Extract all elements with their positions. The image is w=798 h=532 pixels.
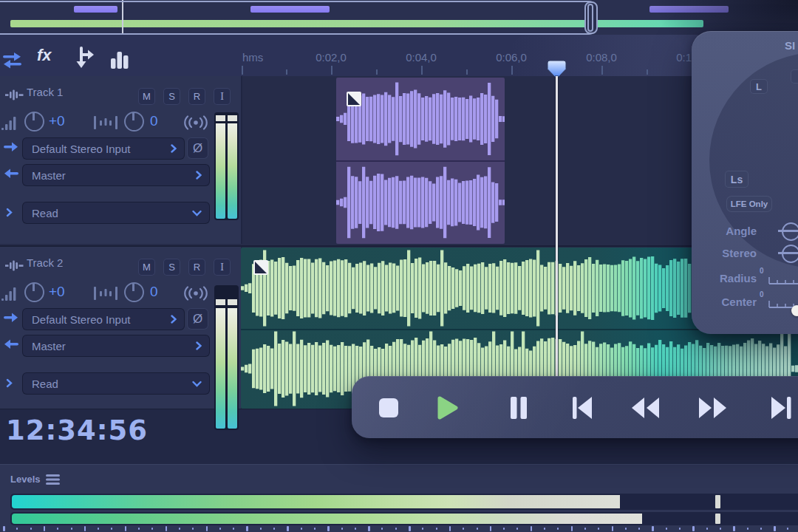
lfe-only-button[interactable]: LFE Only [726,196,772,212]
timeline-tick [647,69,648,75]
pan-icon [94,286,120,301]
output-route-select[interactable]: Master [22,164,210,186]
playhead-line[interactable] [556,76,558,377]
levels-ruler-tick [368,526,370,531]
levels-ruler-tick [463,528,464,530]
audio-clip-track-1[interactable] [336,78,505,244]
timeline-label: 0:08,0 [568,51,635,64]
timeline-unit-label: hms [242,51,263,64]
levels-ruler-tick [666,528,667,530]
levels-ruler-tick [760,528,762,530]
input-route-select[interactable]: Default Stereo Input [22,137,185,160]
gain-value[interactable]: +0 [49,284,65,300]
pan-knob[interactable] [124,282,144,302]
monitor-icon[interactable] [184,286,208,301]
rewind-icon [629,394,661,422]
input-monitor-button[interactable]: I [214,88,231,105]
meter-peak [715,514,720,524]
bar-chart-icon[interactable] [110,50,129,69]
pan-knob[interactable] [124,112,144,132]
speaker-l-button[interactable]: L [750,79,768,94]
solo-button[interactable]: S [163,88,180,105]
angle-knob[interactable] [782,222,798,241]
stereo-knob[interactable] [782,245,798,263]
volume-icon [1,286,21,302]
levels-ruler-tick [111,528,112,530]
mute-button[interactable]: M [138,259,155,276]
levels-ruler-tick [138,528,140,530]
overview-clip-purple [649,6,729,13]
levels-ruler-tick [584,528,586,530]
levels-ruler-tick [84,526,86,531]
input-monitor-button[interactable]: I [214,259,231,276]
levels-ruler-tick [314,528,316,530]
pan-icon [94,115,120,130]
gain-knob[interactable] [24,282,44,302]
input-route-select[interactable]: Default Stereo Input [22,308,185,330]
pan-value[interactable]: 0 [150,284,158,300]
levels-ruler-tick [571,526,573,531]
stop-button[interactable] [372,392,405,424]
overview-range-handle[interactable] [584,1,598,34]
levels-ruler-tick [166,526,168,531]
speaker-button-partial[interactable] [791,69,798,83]
pause-button[interactable] [502,392,535,424]
overview-viewport-range[interactable] [0,1,597,35]
chevron-right-icon[interactable] [6,378,13,388]
fast-forward-icon [697,394,729,422]
record-button[interactable]: R [188,88,205,105]
levels-ruler-tick [30,528,32,530]
speaker-ls-button[interactable]: Ls [725,171,748,188]
play-button[interactable] [430,392,463,424]
timeline-tick [421,66,423,75]
chevron-right-icon[interactable] [6,208,13,217]
timeline-label: 0:02,0 [298,51,364,64]
levels-ruler-tick [233,528,234,530]
levels-ruler-tick [327,526,330,531]
rewind-button[interactable] [629,392,661,424]
master-level-meter-right [10,512,798,525]
automation-mode-select[interactable]: Read [22,202,210,224]
master-level-meter-left [10,494,798,510]
levels-ruler-tick [98,528,99,530]
pan-value[interactable]: 0 [150,113,158,129]
track-name: Track 1 [27,86,63,98]
skip-to-end-button[interactable] [765,392,797,424]
swap-arrows-icon[interactable] [2,52,22,69]
levels-ruler-tick [774,526,776,531]
levels-panel: Levels [0,464,798,532]
levels-ruler-tick [787,528,788,530]
levels-ruler-tick [151,528,153,530]
levels-ruler-tick [503,528,505,530]
fade-handle-icon[interactable] [253,260,268,275]
meter-peak [216,299,225,305]
output-route-select[interactable]: Master [22,335,210,357]
skip-to-start-button[interactable] [566,392,598,424]
gain-knob[interactable] [24,112,44,132]
monitor-icon[interactable] [184,115,208,130]
phase-invert-button[interactable]: Ø [187,137,208,159]
route-down-icon[interactable] [75,47,95,72]
chevron-down-icon [192,210,202,216]
fast-forward-button[interactable] [697,392,729,424]
play-icon [432,394,460,422]
levels-ruler-tick [692,526,695,531]
levels-ruler-tick [3,526,5,531]
gain-value[interactable]: +0 [49,113,65,129]
radius-value: 0 [760,267,768,275]
record-button[interactable]: R [188,259,205,276]
center-slider-handle[interactable] [791,305,798,316]
project-overview-bar [0,0,798,36]
meter-fill [216,123,225,219]
hamburger-menu-icon[interactable] [46,474,60,485]
meter-fill [228,308,237,429]
radius-slider[interactable] [768,275,798,285]
levels-ruler-tick [706,528,708,530]
automation-mode-select[interactable]: Read [22,372,210,395]
fx-icon[interactable]: fx [37,46,52,65]
fade-handle-icon[interactable] [347,92,361,106]
phase-invert-button[interactable]: Ø [187,308,208,330]
mute-button[interactable]: M [138,88,155,105]
solo-button[interactable]: S [163,259,180,276]
angle-label: Angle [692,225,757,237]
